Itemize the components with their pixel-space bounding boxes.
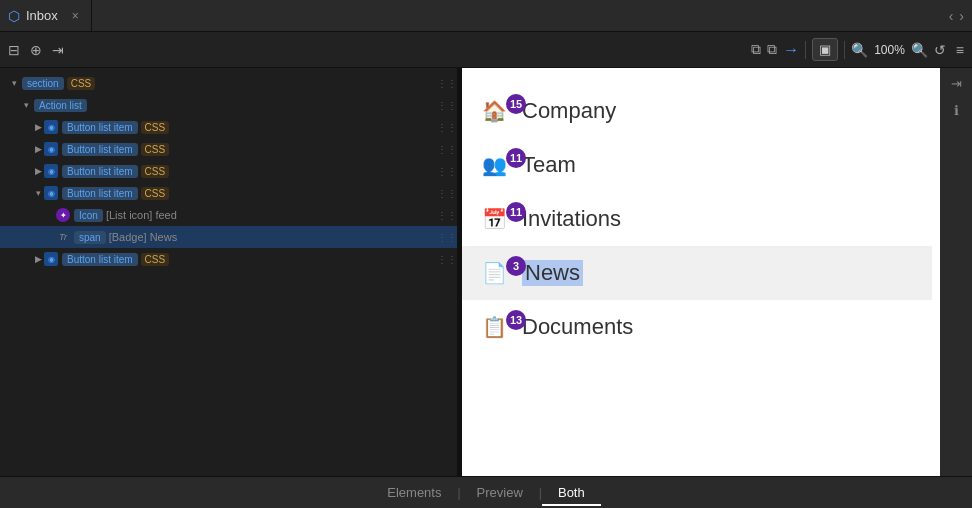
preview-mode-button[interactable]: ▣: [812, 38, 838, 61]
copy2-icon[interactable]: ⧉: [767, 41, 777, 58]
nav-item-invitations[interactable]: 📅 Invitations 11: [462, 192, 932, 246]
tree-row[interactable]: ▾ Action list ⋮⋮: [0, 94, 461, 116]
documents-icon: 📋: [482, 315, 506, 339]
dom-tree: ▾ section CSS ⋮⋮ ▾ Action list ⋮⋮ ▶: [0, 68, 461, 476]
indent-icon[interactable]: ⇥: [52, 42, 64, 58]
main-area: ▾ section CSS ⋮⋮ ▾ Action list ⋮⋮ ▶: [0, 68, 972, 476]
company-badge: 15: [506, 94, 526, 114]
zoom-out-button[interactable]: 🔍: [851, 42, 868, 58]
copy1-icon[interactable]: ⧉: [751, 41, 761, 58]
expand-arrow[interactable]: ▾: [20, 100, 32, 110]
nav-forward-button[interactable]: ›: [959, 8, 964, 24]
nav-item-company-label: Company: [522, 98, 616, 124]
node-icon-blue: ◉: [44, 186, 58, 200]
attr-list-icon: [List icon] feed: [106, 209, 177, 221]
news-badge: 3: [506, 256, 526, 276]
tree-row[interactable]: ✦ Icon [List icon] feed ⋮⋮: [0, 204, 461, 226]
tag-icon: Icon: [74, 209, 103, 222]
node-icon-blue: ◉: [44, 142, 58, 156]
tree-row[interactable]: ▶ ◉ Button list item CSS ⋮⋮: [0, 160, 461, 182]
zoom-level: 100%: [874, 43, 905, 57]
nav-item-team-label: Team: [522, 152, 576, 178]
drag-handle[interactable]: ⋮⋮: [437, 254, 457, 265]
left-panel: ▾ section CSS ⋮⋮ ▾ Action list ⋮⋮ ▶: [0, 68, 462, 476]
expand-arrow[interactable]: ▾: [8, 78, 20, 88]
css-badge: CSS: [67, 77, 96, 90]
tab-elements[interactable]: Elements: [371, 479, 457, 506]
drag-handle[interactable]: ⋮⋮: [437, 144, 457, 155]
arrow-icon[interactable]: →: [783, 41, 799, 59]
nav-item-invitations-label: Invitations: [522, 206, 621, 232]
tree-row[interactable]: ▶ ◉ Button list item CSS ⋮⋮: [0, 116, 461, 138]
drag-handle[interactable]: ⋮⋮: [437, 232, 457, 243]
attr-badge-news: [Badge] News: [109, 231, 177, 243]
add-icon[interactable]: ⊕: [30, 42, 42, 58]
invitations-badge: 11: [506, 202, 526, 222]
tag-section: section: [22, 77, 64, 90]
node-icon-tr: Tr: [56, 230, 70, 244]
toolbar-tools: ⊟ ⊕ ⇥: [8, 42, 64, 58]
right-panel: 🏠 Company 15 👥 Team 11 📅 Invitations 11: [462, 68, 972, 476]
tree-row[interactable]: ▶ ◉ Button list item CSS ⋮⋮: [0, 138, 461, 160]
expand-arrow[interactable]: ▶: [32, 254, 44, 264]
refresh-button[interactable]: ↺: [934, 42, 946, 58]
drag-handle[interactable]: ⋮⋮: [437, 188, 457, 199]
css-badge: CSS: [141, 143, 170, 156]
bottom-tabs: Elements | Preview | Both: [0, 476, 972, 508]
nav-item-news[interactable]: 📄 News 3: [462, 246, 932, 300]
team-icon: 👥: [482, 153, 506, 177]
toolbar-divider2: [844, 41, 845, 59]
drag-handle[interactable]: ⋮⋮: [437, 166, 457, 177]
invitations-icon: 📅: [482, 207, 506, 231]
nav-item-documents[interactable]: 📋 Documents 13: [462, 300, 932, 354]
sidebar-export-icon[interactable]: ⇥: [947, 72, 966, 95]
tree-row[interactable]: ▾ ◉ Button list item CSS ⋮⋮: [0, 182, 461, 204]
team-badge: 11: [506, 148, 526, 168]
css-badge: CSS: [141, 121, 170, 134]
expand-arrow[interactable]: ▶: [32, 122, 44, 132]
tree-row[interactable]: ▾ section CSS ⋮⋮: [0, 72, 461, 94]
node-icon-blue: ◉: [44, 164, 58, 178]
nav-back-button[interactable]: ‹: [949, 8, 954, 24]
drag-handle[interactable]: ⋮⋮: [437, 210, 457, 221]
nav-list: 🏠 Company 15 👥 Team 11 📅 Invitations 11: [462, 68, 972, 370]
tag-button-list-item: Button list item: [62, 143, 138, 156]
node-icon-blue: ◉: [44, 120, 58, 134]
tag-button-list-item: Button list item: [62, 121, 138, 134]
nav-item-news-label: News: [522, 260, 583, 286]
inbox-icon: ⬡: [8, 8, 20, 24]
drag-handle[interactable]: ⋮⋮: [437, 100, 457, 111]
layout-icon[interactable]: ⊟: [8, 42, 20, 58]
css-badge: CSS: [141, 253, 170, 266]
zoom-in-button[interactable]: 🔍: [911, 42, 928, 58]
drag-handle[interactable]: ⋮⋮: [437, 122, 457, 133]
company-icon: 🏠: [482, 99, 506, 123]
nav-item-documents-label: Documents: [522, 314, 633, 340]
nav-item-team[interactable]: 👥 Team 11: [462, 138, 932, 192]
tab-preview[interactable]: Preview: [461, 479, 539, 506]
drag-handle[interactable]: ⋮⋮: [437, 78, 457, 89]
tree-row[interactable]: ▶ ◉ Button list item CSS ⋮⋮: [0, 248, 461, 270]
sidebar-info-icon[interactable]: ℹ: [950, 99, 963, 122]
tree-row-selected[interactable]: Tr span [Badge] News ⋮⋮: [0, 226, 461, 248]
toolbar-divider: [805, 41, 806, 59]
menu-button[interactable]: ≡: [956, 42, 964, 58]
preview-area: 🏠 Company 15 👥 Team 11 📅 Invitations 11: [462, 68, 972, 476]
expand-arrow[interactable]: ▶: [32, 166, 44, 176]
node-icon-blue: ◉: [44, 252, 58, 266]
tab-title: Inbox: [26, 8, 58, 23]
news-icon: 📄: [482, 261, 506, 285]
nav-item-company[interactable]: 🏠 Company 15: [462, 84, 932, 138]
tag-button-list-item: Button list item: [62, 165, 138, 178]
close-tab-button[interactable]: ×: [68, 7, 83, 25]
scroll-track: [457, 68, 461, 476]
expand-arrow[interactable]: ▾: [32, 188, 44, 198]
expand-arrow[interactable]: ▶: [32, 144, 44, 154]
tag-span: span: [74, 231, 106, 244]
css-badge: CSS: [141, 187, 170, 200]
tab-both[interactable]: Both: [542, 479, 601, 506]
toolbar: ⊟ ⊕ ⇥ ⧉ ⧉ → ▣ 🔍 100% 🔍 ↺ ≡: [0, 32, 972, 68]
nav-arrows: ‹ ›: [941, 8, 972, 24]
tab-inbox[interactable]: ⬡ Inbox ×: [0, 0, 92, 31]
right-sidebar: ⇥ ℹ: [940, 68, 972, 476]
